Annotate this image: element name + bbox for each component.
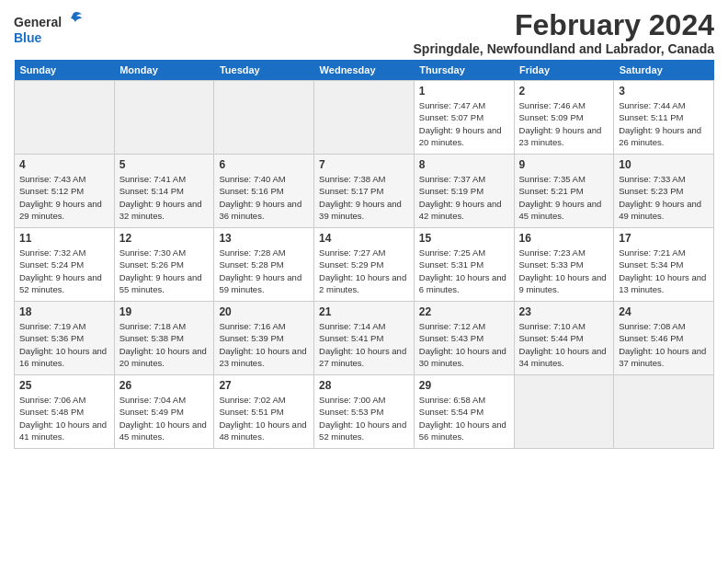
- table-row: [614, 375, 714, 449]
- day-number: 9: [519, 158, 609, 171]
- day-info: Sunrise: 7:25 AMSunset: 5:31 PMDaylight:…: [419, 247, 509, 295]
- day-number: 15: [419, 232, 509, 245]
- day-number: 21: [319, 305, 409, 318]
- week-row-4: 18Sunrise: 7:19 AMSunset: 5:36 PMDayligh…: [15, 302, 714, 375]
- calendar-body: 1Sunrise: 7:47 AMSunset: 5:07 PMDaylight…: [15, 81, 714, 449]
- day-number: 3: [619, 85, 709, 98]
- day-number: 25: [19, 379, 109, 392]
- table-row: 27Sunrise: 7:02 AMSunset: 5:51 PMDayligh…: [214, 375, 314, 449]
- table-row: 18Sunrise: 7:19 AMSunset: 5:36 PMDayligh…: [15, 302, 115, 375]
- day-number: 2: [519, 85, 609, 98]
- page: General Blue February 2024 Springdale, N…: [0, 0, 728, 563]
- header-wednesday: Wednesday: [314, 60, 415, 81]
- day-info: Sunrise: 7:10 AMSunset: 5:44 PMDaylight:…: [519, 320, 609, 369]
- day-number: 4: [19, 158, 109, 171]
- day-number: 23: [519, 305, 609, 318]
- day-info: Sunrise: 7:00 AMSunset: 5:53 PMDaylight:…: [319, 394, 409, 442]
- table-row: 6Sunrise: 7:40 AMSunset: 5:16 PMDaylight…: [214, 155, 314, 228]
- table-row: 24Sunrise: 7:08 AMSunset: 5:46 PMDayligh…: [614, 302, 714, 375]
- day-info: Sunrise: 7:38 AMSunset: 5:17 PMDaylight:…: [319, 173, 409, 222]
- day-number: 27: [219, 379, 309, 392]
- table-row: 5Sunrise: 7:41 AMSunset: 5:14 PMDaylight…: [114, 155, 214, 228]
- header-sunday: Sunday: [15, 60, 115, 81]
- table-row: 9Sunrise: 7:35 AMSunset: 5:21 PMDaylight…: [514, 155, 614, 228]
- day-info: Sunrise: 7:18 AMSunset: 5:38 PMDaylight:…: [119, 320, 210, 369]
- main-title: February 2024: [414, 9, 714, 41]
- day-info: Sunrise: 6:58 AMSunset: 5:54 PMDaylight:…: [419, 394, 509, 442]
- table-row: 26Sunrise: 7:04 AMSunset: 5:49 PMDayligh…: [114, 375, 214, 449]
- table-row: [114, 81, 214, 155]
- table-row: 7Sunrise: 7:38 AMSunset: 5:17 PMDaylight…: [314, 155, 415, 228]
- day-number: 17: [619, 232, 709, 245]
- day-info: Sunrise: 7:33 AMSunset: 5:23 PMDaylight:…: [619, 173, 709, 222]
- day-info: Sunrise: 7:46 AMSunset: 5:09 PMDaylight:…: [519, 99, 609, 148]
- header-friday: Friday: [514, 60, 614, 81]
- logo-bird-icon: [63, 9, 84, 34]
- day-number: 26: [119, 379, 210, 392]
- day-number: 19: [119, 305, 210, 318]
- table-row: [514, 375, 614, 449]
- day-number: 16: [519, 232, 609, 245]
- day-number: 8: [419, 158, 509, 171]
- table-row: 19Sunrise: 7:18 AMSunset: 5:38 PMDayligh…: [114, 302, 214, 375]
- day-info: Sunrise: 7:35 AMSunset: 5:21 PMDaylight:…: [519, 173, 609, 222]
- table-row: 25Sunrise: 7:06 AMSunset: 5:48 PMDayligh…: [15, 375, 115, 449]
- table-row: 16Sunrise: 7:23 AMSunset: 5:33 PMDayligh…: [514, 228, 614, 302]
- week-row-3: 11Sunrise: 7:32 AMSunset: 5:24 PMDayligh…: [15, 228, 714, 302]
- day-info: Sunrise: 7:47 AMSunset: 5:07 PMDaylight:…: [419, 99, 509, 148]
- day-number: 5: [119, 158, 210, 171]
- day-info: Sunrise: 7:19 AMSunset: 5:36 PMDaylight:…: [19, 320, 109, 369]
- day-info: Sunrise: 7:28 AMSunset: 5:28 PMDaylight:…: [219, 247, 309, 295]
- table-row: [214, 81, 314, 155]
- header-tuesday: Tuesday: [214, 60, 314, 81]
- title-section: February 2024 Springdale, Newfoundland a…: [414, 9, 714, 56]
- table-row: 15Sunrise: 7:25 AMSunset: 5:31 PMDayligh…: [414, 228, 514, 302]
- table-row: [314, 81, 415, 155]
- day-info: Sunrise: 7:27 AMSunset: 5:29 PMDaylight:…: [319, 247, 409, 295]
- day-info: Sunrise: 7:06 AMSunset: 5:48 PMDaylight:…: [19, 394, 109, 442]
- table-row: 23Sunrise: 7:10 AMSunset: 5:44 PMDayligh…: [514, 302, 614, 375]
- day-info: Sunrise: 7:44 AMSunset: 5:11 PMDaylight:…: [619, 99, 709, 148]
- day-number: 14: [319, 232, 409, 245]
- week-row-1: 1Sunrise: 7:47 AMSunset: 5:07 PMDaylight…: [15, 81, 714, 155]
- table-row: 29Sunrise: 6:58 AMSunset: 5:54 PMDayligh…: [414, 375, 514, 449]
- subtitle: Springdale, Newfoundland and Labrador, C…: [414, 41, 714, 56]
- week-row-2: 4Sunrise: 7:43 AMSunset: 5:12 PMDaylight…: [15, 155, 714, 228]
- table-row: 17Sunrise: 7:21 AMSunset: 5:34 PMDayligh…: [614, 228, 714, 302]
- table-row: 8Sunrise: 7:37 AMSunset: 5:19 PMDaylight…: [414, 155, 514, 228]
- day-number: 28: [319, 379, 409, 392]
- day-info: Sunrise: 7:21 AMSunset: 5:34 PMDaylight:…: [619, 247, 709, 295]
- table-row: 12Sunrise: 7:30 AMSunset: 5:26 PMDayligh…: [114, 228, 214, 302]
- day-number: 7: [319, 158, 409, 171]
- day-info: Sunrise: 7:32 AMSunset: 5:24 PMDaylight:…: [19, 247, 109, 295]
- logo-general: General: [14, 15, 62, 29]
- week-row-5: 25Sunrise: 7:06 AMSunset: 5:48 PMDayligh…: [15, 375, 714, 449]
- day-number: 10: [619, 158, 709, 171]
- day-number: 1: [419, 85, 509, 98]
- table-row: [15, 81, 115, 155]
- table-row: 13Sunrise: 7:28 AMSunset: 5:28 PMDayligh…: [214, 228, 314, 302]
- day-info: Sunrise: 7:12 AMSunset: 5:43 PMDaylight:…: [419, 320, 509, 369]
- logo-blue: Blue: [14, 30, 41, 45]
- day-info: Sunrise: 7:23 AMSunset: 5:33 PMDaylight:…: [519, 247, 609, 295]
- header-row: Sunday Monday Tuesday Wednesday Thursday…: [15, 60, 714, 81]
- table-row: 1Sunrise: 7:47 AMSunset: 5:07 PMDaylight…: [414, 81, 514, 155]
- day-info: Sunrise: 7:37 AMSunset: 5:19 PMDaylight:…: [419, 173, 509, 222]
- calendar-table: Sunday Monday Tuesday Wednesday Thursday…: [14, 60, 714, 449]
- day-number: 22: [419, 305, 509, 318]
- table-row: 11Sunrise: 7:32 AMSunset: 5:24 PMDayligh…: [15, 228, 115, 302]
- day-number: 20: [219, 305, 309, 318]
- day-info: Sunrise: 7:43 AMSunset: 5:12 PMDaylight:…: [19, 173, 109, 222]
- header-monday: Monday: [114, 60, 214, 81]
- day-number: 13: [219, 232, 309, 245]
- header-thursday: Thursday: [414, 60, 514, 81]
- day-info: Sunrise: 7:40 AMSunset: 5:16 PMDaylight:…: [219, 173, 309, 222]
- day-info: Sunrise: 7:30 AMSunset: 5:26 PMDaylight:…: [119, 247, 210, 295]
- day-info: Sunrise: 7:02 AMSunset: 5:51 PMDaylight:…: [219, 394, 309, 442]
- day-info: Sunrise: 7:14 AMSunset: 5:41 PMDaylight:…: [319, 320, 409, 369]
- table-row: 22Sunrise: 7:12 AMSunset: 5:43 PMDayligh…: [414, 302, 514, 375]
- day-number: 11: [19, 232, 109, 245]
- table-row: 14Sunrise: 7:27 AMSunset: 5:29 PMDayligh…: [314, 228, 415, 302]
- header: General Blue February 2024 Springdale, N…: [14, 9, 714, 56]
- table-row: 28Sunrise: 7:00 AMSunset: 5:53 PMDayligh…: [314, 375, 415, 449]
